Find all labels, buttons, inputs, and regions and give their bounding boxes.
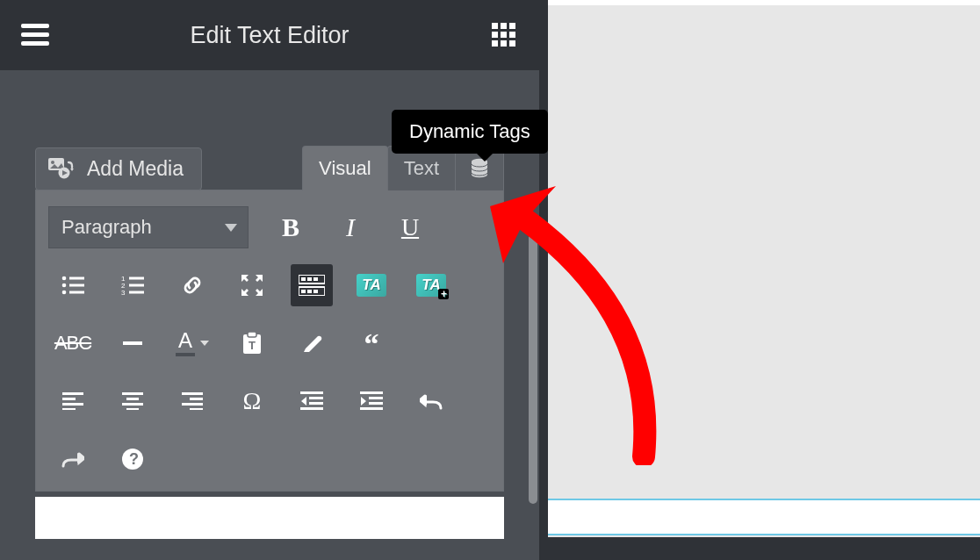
svg-rect-23 [129,277,144,280]
apps-grid-icon[interactable] [488,19,520,51]
svg-rect-43 [62,408,76,410]
svg-rect-31 [313,277,318,281]
unordered-list-button[interactable] [52,264,94,306]
panel-title: Edit Text Editor [190,22,349,49]
svg-rect-52 [300,391,323,394]
svg-rect-3 [492,23,498,29]
link-button[interactable] [171,264,213,306]
dynamic-tags-tooltip: Dynamic Tags [392,110,548,154]
svg-rect-11 [509,40,515,47]
svg-rect-17 [69,277,84,280]
chevron-down-icon [225,224,237,232]
format-select-value: Paragraph [61,216,152,239]
align-center-button[interactable] [112,380,154,422]
svg-rect-30 [307,277,312,281]
svg-rect-46 [122,403,143,406]
ta-shortcode-button[interactable]: TA [350,264,393,306]
svg-point-18 [62,284,67,288]
align-right-button[interactable] [171,380,213,422]
svg-rect-58 [369,402,383,405]
svg-rect-35 [313,290,318,293]
svg-rect-7 [501,32,507,38]
outdent-button[interactable] [291,380,333,422]
svg-rect-1 [21,32,49,37]
svg-point-16 [62,276,67,281]
tab-visual[interactable]: Visual [302,146,388,190]
editor-content-area[interactable] [35,497,504,539]
fullscreen-button[interactable] [231,264,273,306]
svg-rect-53 [309,397,323,399]
svg-rect-56 [360,391,383,394]
paste-text-button[interactable]: T [231,322,273,364]
canvas-preview[interactable] [539,0,980,560]
svg-point-13 [51,161,54,164]
add-media-button[interactable]: Add Media [35,147,202,190]
svg-rect-34 [307,290,312,293]
svg-rect-8 [509,32,515,38]
svg-rect-40 [62,392,83,395]
svg-rect-6 [492,32,498,38]
add-media-label: Add Media [87,157,184,181]
svg-text:3: 3 [121,289,126,295]
svg-rect-37 [248,332,256,337]
svg-rect-29 [301,277,306,281]
svg-rect-10 [501,40,507,47]
underline-button[interactable]: U [389,206,431,248]
strikethrough-button[interactable]: ABC [52,322,94,364]
preview-section-placeholder[interactable] [548,499,980,535]
svg-rect-42 [62,403,83,406]
svg-rect-25 [129,284,144,287]
svg-rect-51 [190,408,203,410]
svg-rect-44 [122,392,143,395]
format-select[interactable]: Paragraph [48,206,249,248]
align-left-button[interactable] [52,380,94,422]
svg-rect-9 [492,40,498,47]
toolbar-toggle-button[interactable] [291,264,333,306]
text-color-button[interactable]: A [171,322,213,364]
chevron-down-icon [200,341,209,346]
svg-rect-55 [300,407,323,410]
svg-rect-49 [190,398,203,400]
horizontal-rule-button[interactable] [112,322,154,364]
svg-rect-27 [129,291,144,294]
help-button[interactable]: ? [112,438,154,480]
scrollbar-thumb[interactable] [529,223,537,504]
svg-text:T: T [249,339,256,352]
svg-rect-50 [182,403,203,406]
svg-text:?: ? [129,450,139,468]
svg-rect-21 [69,291,84,294]
special-character-button[interactable]: Ω [231,380,273,422]
svg-rect-5 [509,23,515,29]
menu-icon[interactable] [19,19,51,51]
svg-point-20 [62,291,67,295]
bold-button[interactable]: B [270,206,312,248]
italic-button[interactable]: I [329,206,371,248]
svg-rect-19 [69,284,84,287]
tinymce-toolbar: Paragraph B I U 123 [35,190,504,492]
preview-background [548,5,980,560]
panel-header: Edit Text Editor [0,0,539,70]
clear-formatting-button[interactable] [291,322,333,364]
svg-rect-45 [126,398,139,400]
svg-rect-57 [369,397,383,399]
svg-rect-2 [21,41,49,46]
preview-footer-bar [548,537,980,560]
svg-rect-33 [301,290,306,293]
indent-button[interactable] [350,380,393,422]
redo-button[interactable] [52,438,94,480]
svg-rect-4 [501,23,507,29]
undo-button[interactable] [410,380,452,422]
media-icon [48,158,75,181]
svg-rect-48 [182,392,203,395]
svg-rect-47 [126,408,139,410]
ordered-list-button[interactable]: 123 [112,264,154,306]
svg-rect-59 [360,407,383,410]
ta-shortcode-add-button[interactable]: TA [410,264,452,306]
blockquote-button[interactable]: “ [350,322,393,364]
svg-rect-41 [62,398,76,400]
svg-rect-0 [21,24,49,28]
editor-panel: Edit Text Editor [0,0,539,560]
svg-rect-54 [309,402,323,405]
